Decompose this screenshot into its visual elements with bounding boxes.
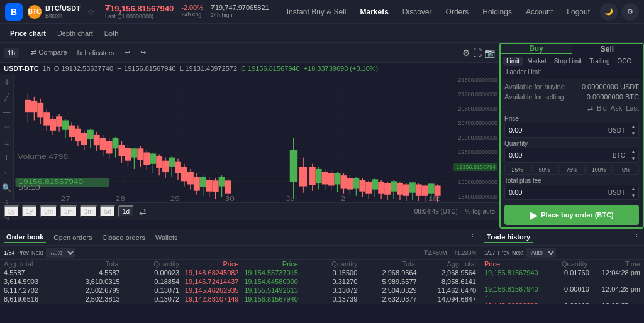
- order-type-stop-limit[interactable]: Stop Limit: [551, 57, 585, 66]
- nav-discover[interactable]: Discover: [396, 5, 438, 19]
- trade-history-header: Trade history ⋮: [480, 229, 644, 246]
- trade-history-menu[interactable]: ⋮: [633, 233, 640, 241]
- price-tick-0: 21600.0000000: [453, 77, 497, 83]
- compare-btn[interactable]: ⇄ Compare: [27, 47, 70, 58]
- th-next[interactable]: Next: [512, 249, 524, 256]
- tab-closed-orders[interactable]: Closed orders: [99, 233, 147, 243]
- redo-btn[interactable]: ↪: [136, 47, 150, 58]
- horizontal-line-tool[interactable]: —: [2, 107, 12, 118]
- tf-1d[interactable]: 1d: [118, 205, 134, 217]
- th-row: 19,156.81567940 ↑ 0.01760 12:04:28 pm: [480, 268, 644, 285]
- price-tick-7: 18800.0000000: [453, 179, 497, 185]
- ob-auto-select[interactable]: Auto: [46, 248, 75, 258]
- price-tick-5: 19600.0000000: [453, 149, 497, 155]
- svg-rect-26: [56, 116, 62, 126]
- trend-line-tool[interactable]: ╱: [3, 92, 10, 103]
- quantity-increment[interactable]: ▲: [628, 148, 638, 155]
- tab-order-book[interactable]: Order book: [4, 232, 46, 243]
- btc-pair-label: BTC/USDT: [45, 4, 80, 13]
- left-tools: ✛ ╱ — ▭ ≡ T ↔ 🔍 ⋮ ✎: [0, 74, 14, 202]
- svg-rect-98: [347, 178, 353, 189]
- nav-markets[interactable]: Markets: [354, 5, 395, 19]
- zoom-tool[interactable]: 🔍: [1, 182, 13, 194]
- text-tool[interactable]: T: [3, 152, 10, 163]
- chart-camera-icon[interactable]: 📷: [484, 48, 495, 58]
- price-main-group: ₮19,156.81567940 Last (₿1.00000000): [105, 4, 174, 19]
- svg-rect-88: [316, 169, 322, 183]
- pct-25[interactable]: 25%: [504, 165, 530, 175]
- settings-icon[interactable]: ⚙: [621, 3, 639, 21]
- col-agg-total-bid: Agg. total: [419, 260, 476, 268]
- available-selling-row: Available for selling 0.00000000 BTC: [504, 93, 639, 101]
- sell-tab[interactable]: Sell: [572, 44, 643, 54]
- indicators-btn[interactable]: fx Indicators: [74, 48, 118, 58]
- chart-body: ✛ ╱ — ▭ ≡ T ↔ 🔍 ⋮ ✎: [0, 74, 499, 202]
- dark-mode-toggle[interactable]: 🌙: [600, 3, 618, 21]
- rectangle-tool[interactable]: ▭: [2, 122, 11, 133]
- subnav-depth-chart[interactable]: Depth chart: [52, 28, 98, 39]
- buy-sell-tabs: Buy Sell: [501, 44, 643, 54]
- tab-trade-history[interactable]: Trade history: [484, 232, 533, 243]
- svg-rect-92: [328, 173, 335, 185]
- buy-tab[interactable]: Buy: [501, 44, 572, 54]
- tf-3m[interactable]: 3m: [60, 205, 77, 217]
- order-type-trailing[interactable]: Trailing: [586, 57, 613, 66]
- timeframe-1h[interactable]: 1h: [4, 48, 19, 58]
- order-type-limit[interactable]: Limit: [503, 57, 523, 66]
- tf-5y[interactable]: 5y: [4, 205, 19, 217]
- price-axis: 21600.0000000 21200.0000000 20800.000000…: [452, 74, 499, 202]
- nav-instant-buy[interactable]: Instant Buy & Sell: [280, 5, 353, 19]
- pct-50[interactable]: 50%: [531, 165, 557, 175]
- total-input[interactable]: [505, 189, 608, 196]
- total-stepper: ▲ ▼: [628, 185, 638, 199]
- tf-1y[interactable]: 1y: [22, 205, 38, 217]
- nav-holdings[interactable]: Holdings: [476, 5, 518, 19]
- th-auto-select[interactable]: Auto: [526, 248, 556, 258]
- pct-0[interactable]: 0%: [613, 165, 639, 175]
- nav-logout[interactable]: Logout: [560, 5, 596, 19]
- chart-open: O 19132.53537740: [54, 65, 113, 72]
- undo-btn[interactable]: ↩: [121, 47, 134, 58]
- total-decrement[interactable]: ▼: [628, 192, 638, 199]
- svg-rect-44: [113, 138, 119, 148]
- fib-tool[interactable]: ≡: [3, 137, 10, 148]
- subnav-both[interactable]: Both: [99, 28, 124, 39]
- order-type-oco[interactable]: OCO: [614, 57, 635, 66]
- order-type-market[interactable]: Market: [524, 57, 550, 66]
- star-icon[interactable]: ☆: [87, 7, 95, 17]
- tf-6m[interactable]: 6m: [40, 205, 57, 217]
- order-form-panel: Buy Sell Limit Market Stop Limit Trailin…: [499, 43, 644, 229]
- svg-rect-22: [43, 112, 50, 125]
- price-decrement[interactable]: ▼: [628, 130, 638, 137]
- th-pagination: 1/17: [484, 249, 496, 256]
- crosshair-tool[interactable]: ✛: [3, 77, 11, 88]
- tf-5d[interactable]: 5d: [100, 205, 116, 217]
- place-order-button[interactable]: ▶ Place buy order (BTC): [504, 205, 639, 225]
- chart-fullscreen-icon[interactable]: ⛶: [473, 48, 482, 58]
- th-table-header: Price Quantity Time: [480, 260, 644, 268]
- ob-next[interactable]: Next: [31, 249, 43, 256]
- nav-orders[interactable]: Orders: [440, 5, 475, 19]
- chart-bottom-toolbar: 5y 1y 6m 3m 1m 5d 1d ⇄ 08:04:49 (UTC) % …: [0, 202, 499, 220]
- order-type-ladder[interactable]: Ladder Limit: [503, 67, 544, 77]
- price-increment[interactable]: ▲: [628, 123, 638, 130]
- subnav-price-chart[interactable]: Price chart: [5, 28, 51, 39]
- pct-100[interactable]: 100%: [586, 165, 612, 175]
- chart-settings-icon[interactable]: ⚙: [462, 48, 470, 58]
- tab-wallets[interactable]: Wallets: [153, 233, 180, 243]
- total-increment[interactable]: ▲: [628, 185, 638, 192]
- price-group: Price USDT ▲ ▼: [504, 115, 639, 138]
- th-prev[interactable]: Prev: [498, 249, 510, 256]
- ob-prev[interactable]: Prev: [18, 249, 30, 256]
- price-input[interactable]: [505, 126, 608, 134]
- tab-open-orders[interactable]: Open orders: [51, 233, 94, 243]
- tf-1m[interactable]: 1m: [80, 205, 97, 217]
- pct-75[interactable]: 75%: [558, 165, 584, 175]
- nav-account[interactable]: Account: [519, 5, 559, 19]
- quantity-input[interactable]: [505, 151, 613, 159]
- order-book-menu[interactable]: ⋮: [469, 233, 476, 241]
- chart-sync-icon[interactable]: ⇄: [139, 207, 147, 217]
- quantity-decrement[interactable]: ▼: [628, 155, 638, 162]
- svg-text:28: 28: [116, 195, 125, 202]
- measure-tool[interactable]: ↔: [2, 167, 12, 178]
